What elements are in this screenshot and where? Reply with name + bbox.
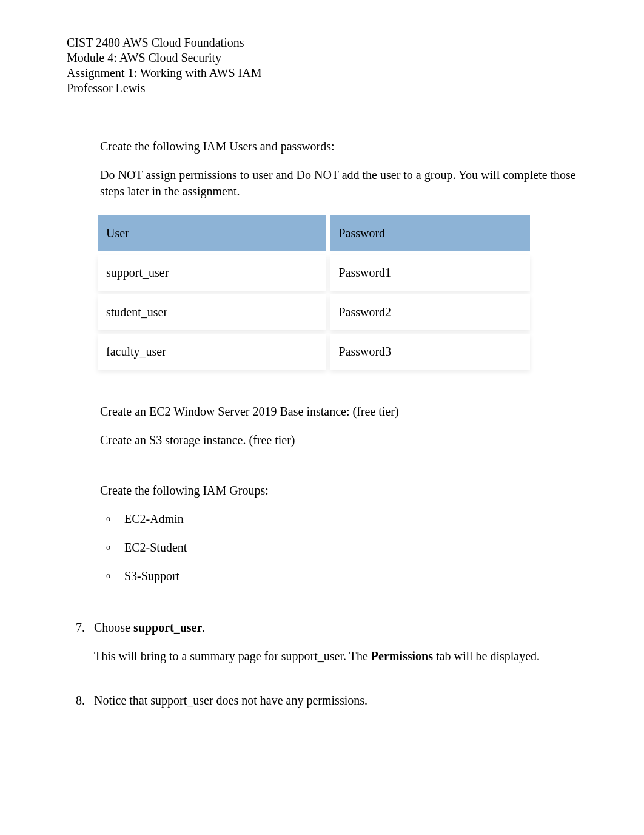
instruction-create-ec2: Create an EC2 Window Server 2019 Base in… [100, 404, 577, 420]
list-item: EC2-Student [124, 539, 577, 556]
instruction-create-users: Create the following IAM Users and passw… [100, 138, 577, 155]
header-professor: Professor Lewis [67, 81, 577, 96]
cell-user: faculty_user [98, 334, 326, 370]
document-body: Create the following IAM Users and passw… [67, 138, 577, 709]
list-item: EC2-Admin [124, 511, 577, 527]
step-sub-a: This will bring to a summary page for su… [94, 649, 371, 663]
step-number: 7. [76, 620, 94, 671]
cell-user: student_user [98, 294, 326, 330]
step-body: Choose support_user. This will bring to … [94, 620, 577, 671]
instruction-create-groups: Create the following IAM Groups: [100, 482, 577, 499]
cell-password: Password2 [330, 294, 530, 330]
groups-list: EC2-Admin EC2-Student S3-Support [100, 511, 577, 584]
step-text-lead: Choose [94, 621, 133, 634]
step-text-bold: support_user [133, 621, 202, 634]
instruction-create-s3: Create an S3 storage instance. (free tie… [100, 432, 577, 448]
cell-password: Password3 [330, 334, 530, 370]
cell-user: support_user [98, 255, 326, 291]
step-sub-paragraph: This will bring to a summary page for su… [94, 648, 577, 664]
step-number: 8. [76, 692, 94, 709]
step-7: 7. Choose support_user. This will bring … [100, 620, 577, 671]
header-course: CIST 2480 AWS Cloud Foundations [67, 35, 577, 50]
users-table: User Password support_user Password1 stu… [94, 212, 534, 373]
step-sub-bold: Permissions [371, 649, 433, 663]
list-item: S3-Support [124, 568, 577, 584]
table-row: support_user Password1 [98, 255, 530, 291]
step-8: 8. Notice that support_user does not hav… [100, 692, 577, 709]
cell-password: Password1 [330, 255, 530, 291]
step-text-trail: . [202, 621, 205, 634]
table-row: faculty_user Password3 [98, 334, 530, 370]
step-body: Notice that support_user does not have a… [94, 692, 577, 709]
instruction-no-permissions: Do NOT assign permissions to user and Do… [100, 167, 577, 200]
header-module: Module 4: AWS Cloud Security [67, 50, 577, 66]
step-sub-b: tab will be displayed. [433, 649, 540, 663]
table-header-user: User [98, 215, 326, 251]
table-header-password: Password [330, 215, 530, 251]
table-row: student_user Password2 [98, 294, 530, 330]
header-assignment: Assignment 1: Working with AWS IAM [67, 66, 577, 81]
document-header: CIST 2480 AWS Cloud Foundations Module 4… [67, 35, 577, 96]
